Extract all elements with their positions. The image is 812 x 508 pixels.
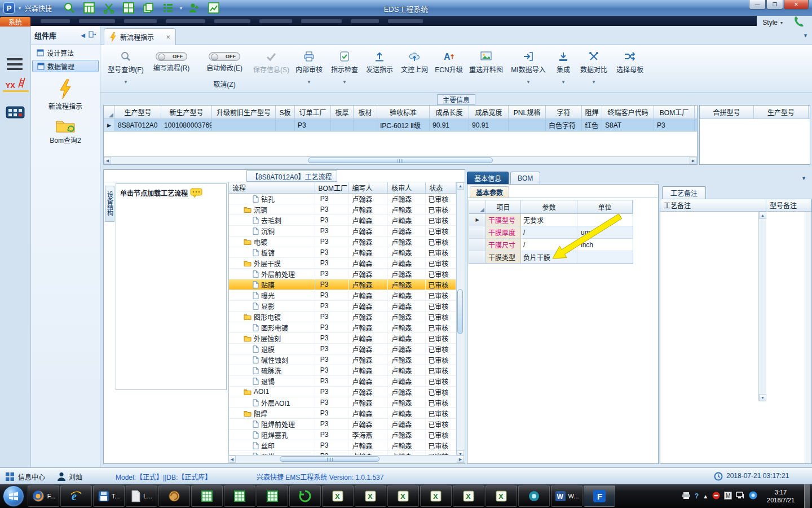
- select-motherboard-button[interactable]: 选择母板: [611, 49, 648, 74]
- taskbar-button-ie[interactable]: e: [60, 485, 92, 507]
- grid-cell[interactable]: 红色: [582, 119, 602, 131]
- column-header[interactable]: 成品长度: [430, 106, 469, 119]
- taskbar-clock[interactable]: 3:17 2018/7/21: [767, 488, 795, 505]
- grid-cell[interactable]: [354, 119, 377, 131]
- process-step-row[interactable]: 碱性蚀刻P3卢翰森卢翰森已审核: [229, 354, 456, 365]
- column-header[interactable]: 验收标准: [377, 106, 430, 119]
- phone-icon[interactable]: [793, 16, 804, 29]
- style-picker[interactable]: Style ▾: [762, 19, 783, 27]
- process-flow-title-tab[interactable]: 【8S8AT012A0】工艺流程: [246, 170, 337, 182]
- column-header[interactable]: S板: [276, 106, 295, 119]
- tab-new-process-instruction[interactable]: 新流程指示 ×: [104, 28, 176, 45]
- list-menu-icon[interactable]: [160, 1, 176, 15]
- reselect-cutting-diagram-button[interactable]: 重选开料图: [466, 49, 506, 74]
- taskbar-button-excel[interactable]: X: [322, 485, 354, 507]
- grid-tool-icon[interactable]: [121, 1, 136, 15]
- list-menu-caret-icon[interactable]: ▾: [180, 6, 182, 11]
- ime-tray-icon[interactable]: M: [724, 492, 732, 501]
- column-header[interactable]: 板材: [354, 106, 377, 119]
- column-header[interactable]: 生产型号: [754, 106, 809, 119]
- taskbar-button-document[interactable]: L...: [126, 485, 157, 507]
- select-all-corner[interactable]: [104, 106, 115, 119]
- column-header[interactable]: 新生产型号: [161, 106, 212, 119]
- app-logo[interactable]: P: [3, 2, 15, 14]
- info-center-label[interactable]: 信息中心: [18, 472, 45, 481]
- grid-cell[interactable]: 90.91: [430, 119, 469, 131]
- show-hidden-icons[interactable]: ▲: [703, 493, 708, 500]
- process-step-row[interactable]: 曝光P3卢翰森卢翰森已审核: [229, 290, 456, 301]
- mi-data-import-button[interactable]: MI数据导入 ▼: [506, 49, 550, 85]
- integrate-button[interactable]: 集成 ▼: [550, 49, 576, 85]
- scrollbar-thumb[interactable]: [308, 157, 493, 163]
- menu-item[interactable]: [124, 19, 157, 23]
- minimize-button[interactable]: —: [749, 0, 766, 10]
- select-all-corner[interactable]: [469, 200, 486, 213]
- column-header[interactable]: BOM工厂: [654, 106, 695, 119]
- taskbar-button-excel[interactable]: X: [420, 485, 452, 507]
- system-tab[interactable]: 系统: [0, 17, 30, 27]
- column-header[interactable]: 订单工厂: [295, 106, 331, 119]
- dropdown-caret-icon[interactable]: ▼: [561, 80, 566, 85]
- column-header[interactable]: 板厚: [331, 106, 354, 119]
- data-compare-button[interactable]: 数据对比 ▼: [576, 49, 611, 85]
- grid-cell[interactable]: 10010800037696: [161, 119, 212, 131]
- process-step-row[interactable]: 丝印P3卢翰森卢翰森已审核: [229, 440, 456, 451]
- table-tool-icon[interactable]: [81, 1, 97, 15]
- dropdown-caret-icon[interactable]: ▼: [342, 80, 347, 85]
- menu-item[interactable]: [166, 19, 205, 23]
- taskbar-button-excel[interactable]: X: [453, 485, 484, 507]
- process-step-row[interactable]: 图形电镀P3卢翰森卢翰森已审核: [229, 312, 456, 322]
- column-header[interactable]: 字符: [546, 106, 582, 119]
- show-desktop-button[interactable]: [804, 484, 810, 508]
- send-instruction-button[interactable]: 发送指示: [362, 49, 397, 74]
- process-tree-hscrollbar[interactable]: ◀ ▶: [228, 455, 464, 463]
- grid-cell[interactable]: S8AT: [602, 119, 654, 131]
- process-step-row[interactable]: 阻焊塞孔P3李海燕卢翰森已审核: [229, 430, 456, 440]
- menu-item[interactable]: [301, 19, 342, 23]
- dropdown-caret-icon[interactable]: ▼: [123, 80, 128, 85]
- tabstrip-caret-icon[interactable]: ▼: [801, 176, 806, 181]
- tab-device-structure[interactable]: 设备结构: [105, 186, 114, 222]
- grid-cell[interactable]: [276, 119, 295, 131]
- process-step-row[interactable]: 电镀P3卢翰森卢翰森已审核: [229, 237, 456, 247]
- doc-upload-button[interactable]: 文控上网: [397, 49, 432, 74]
- logo-dropdown-caret-icon[interactable]: ▾: [19, 6, 21, 11]
- menu-item[interactable]: [351, 19, 379, 23]
- start-modify-toggle[interactable]: OFF: [209, 52, 240, 61]
- process-step-row[interactable]: 退膜P3卢翰森卢翰森已审核: [229, 344, 456, 354]
- collapse-panel-icon[interactable]: ◀: [81, 32, 85, 38]
- process-step-row[interactable]: 硫脉洗P3卢翰森卢翰森已审核: [229, 365, 456, 376]
- column-header[interactable]: 生产型号: [115, 106, 161, 119]
- scroll-left-icon[interactable]: ◀: [228, 456, 236, 463]
- keypad-icon[interactable]: [6, 105, 25, 121]
- dropdown-caret-icon[interactable]: ▼: [592, 80, 596, 85]
- menu-item[interactable]: [214, 19, 250, 23]
- grid-cell[interactable]: P3: [654, 119, 695, 131]
- sidebar-item-design-algorithm[interactable]: 设计算法: [32, 46, 99, 59]
- taskbar-button-green-table[interactable]: [191, 485, 223, 507]
- process-step-row[interactable]: 外层前处理P3卢翰森卢翰森已审核: [229, 269, 456, 279]
- column-header[interactable]: 阻焊: [582, 106, 602, 119]
- maximize-button[interactable]: ❐: [766, 0, 783, 10]
- info-center-icon[interactable]: [6, 472, 14, 483]
- taskbar-button-green-table[interactable]: [257, 485, 288, 507]
- taskbar-button-word[interactable]: WW...: [551, 485, 582, 507]
- taskbar-button-excel[interactable]: X: [486, 485, 517, 507]
- taskbar-button-shell[interactable]: [158, 485, 190, 507]
- tab-close-icon[interactable]: ×: [166, 33, 170, 41]
- column-header[interactable]: 合拼型号: [700, 106, 754, 119]
- save-info-button[interactable]: 保存信息(S): [251, 49, 291, 74]
- write-flow-toggle[interactable]: OFF: [156, 52, 187, 61]
- messenger-tray-icon[interactable]: [749, 491, 757, 501]
- scroll-right-icon[interactable]: ▶: [457, 456, 464, 463]
- menu-item[interactable]: [41, 19, 70, 23]
- taskbar-button-excel[interactable]: X: [387, 485, 419, 507]
- hamburger-menu-icon[interactable]: [7, 58, 23, 70]
- process-step-row[interactable]: 外层干膜P3卢翰森卢翰森已审核: [229, 258, 456, 269]
- grid-cell[interactable]: 8S8AT012A0: [115, 119, 161, 131]
- column-header[interactable]: 成品宽度: [469, 106, 509, 119]
- model-query-button[interactable]: 型号查询(F) ▼: [106, 49, 145, 85]
- main-grid-hscrollbar[interactable]: ◀ ▶: [104, 156, 697, 164]
- internal-review-button[interactable]: 内部审核 ▼: [291, 49, 327, 85]
- process-step-row[interactable]: 阻焊前处理P3卢翰森卢翰森已审核: [229, 419, 456, 430]
